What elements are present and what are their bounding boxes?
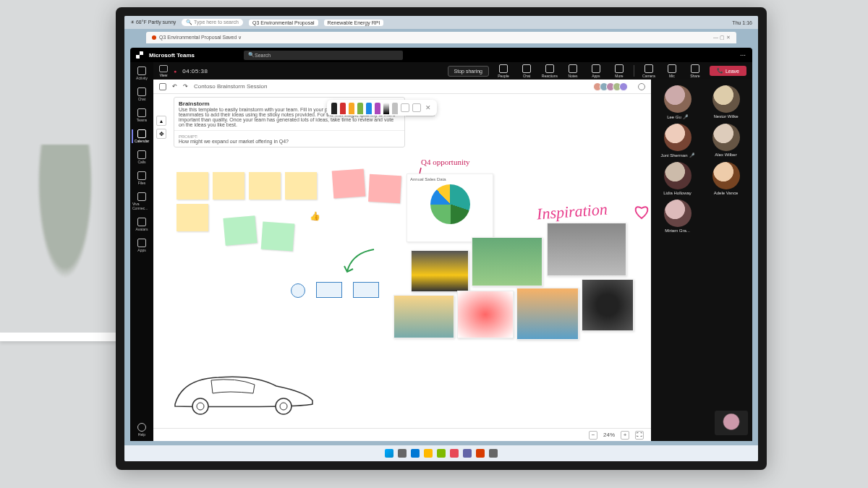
- pen-highlighter[interactable]: [383, 103, 389, 114]
- fit-screen-button[interactable]: ⛶: [635, 431, 644, 440]
- redo-icon[interactable]: ↷: [183, 83, 188, 90]
- view-button[interactable]: View: [159, 65, 168, 77]
- meeting-content: ↶ ↷ Contoso Brainstorm Session: [153, 80, 752, 441]
- whiteboard-canvas[interactable]: ▴ ✥ ✕: [153, 94, 651, 428]
- sticky-note[interactable]: [176, 172, 208, 200]
- chat-button[interactable]: Chat: [518, 64, 535, 78]
- sticky-note[interactable]: [213, 172, 244, 200]
- collaborator-avatars[interactable]: [595, 82, 628, 91]
- apps-button[interactable]: Apps: [587, 64, 605, 78]
- window-buttons[interactable]: — ▢ ✕: [713, 35, 731, 40]
- waffle-icon[interactable]: [136, 51, 143, 59]
- home-icon[interactable]: [159, 83, 166, 90]
- rail-chat[interactable]: Chat: [132, 87, 151, 101]
- avatar: [712, 85, 740, 113]
- participant-tile[interactable]: Nestor Wilke: [704, 85, 748, 119]
- mic-icon: [668, 64, 676, 73]
- sticky-note[interactable]: [285, 172, 317, 200]
- sticky-note[interactable]: [368, 174, 401, 203]
- taskbar-app-icon[interactable]: [437, 449, 446, 458]
- collage-image[interactable]: [472, 237, 542, 286]
- collage-image[interactable]: [582, 279, 634, 331]
- pen-yellow[interactable]: [349, 103, 354, 114]
- self-video-tile[interactable]: [715, 411, 748, 435]
- participant-tile[interactable]: Miriam Gra...: [655, 200, 699, 233]
- leave-button[interactable]: 📞Leave: [710, 66, 746, 76]
- reactions-button[interactable]: Reactions: [541, 64, 558, 78]
- sticky-note[interactable]: [249, 172, 281, 200]
- system-pill-2[interactable]: Renewable Energy RPI: [324, 20, 384, 26]
- lasso-icon[interactable]: [401, 103, 409, 112]
- annotation-inspiration[interactable]: Inspiration: [536, 200, 608, 224]
- zoom-in-button[interactable]: +: [621, 431, 629, 440]
- system-pill-1[interactable]: Q3 Environmental Proposal: [249, 20, 318, 26]
- rail-calls[interactable]: Calls: [132, 150, 151, 164]
- pen-red[interactable]: [340, 103, 346, 114]
- more-button[interactable]: More: [610, 64, 628, 78]
- rail-calendar[interactable]: Calendar: [132, 129, 150, 143]
- pie-title: Annual Sales Data: [410, 177, 446, 181]
- pen-purple[interactable]: [375, 103, 380, 114]
- people-button[interactable]: People: [495, 64, 512, 78]
- powerpoint-icon[interactable]: [476, 449, 485, 458]
- mic-button[interactable]: Mic: [663, 64, 681, 78]
- rail-apps[interactable]: Apps: [132, 239, 151, 252]
- sticky-note[interactable]: [332, 169, 366, 199]
- collage-image[interactable]: [393, 295, 454, 338]
- taskbar-app-icon[interactable]: [398, 449, 407, 458]
- pen-green[interactable]: [357, 103, 363, 114]
- rail-help[interactable]: Help: [132, 423, 151, 437]
- thumbs-up-icon[interactable]: 👍: [310, 211, 320, 221]
- flow-step-node[interactable]: [316, 282, 342, 298]
- sticky-note[interactable]: [261, 222, 295, 252]
- undo-icon[interactable]: ↶: [172, 83, 177, 90]
- people-icon: [499, 64, 508, 73]
- pen-blue[interactable]: [366, 103, 372, 114]
- sticky-note[interactable]: [223, 215, 257, 246]
- start-icon[interactable]: [385, 449, 393, 458]
- meeting-timer: 04:05:38: [182, 68, 208, 74]
- close-palette-icon[interactable]: ✕: [424, 104, 433, 111]
- camera-button[interactable]: Camera: [640, 64, 658, 78]
- collage-image[interactable]: [411, 250, 469, 292]
- rail-activity[interactable]: Activity: [132, 67, 151, 80]
- teams-search[interactable]: 🔍 Search: [244, 51, 403, 60]
- rail-teams[interactable]: Teams: [132, 108, 151, 122]
- pie-chart-card[interactable]: Annual Sales Data: [407, 174, 493, 242]
- rail-avatars[interactable]: Avatars: [132, 218, 151, 231]
- pen-black[interactable]: [331, 103, 337, 114]
- taskbar-app-icon[interactable]: [450, 449, 459, 458]
- select-tool-icon[interactable]: ▴: [156, 116, 166, 126]
- car-sketch[interactable]: [168, 364, 320, 415]
- gear-icon[interactable]: [638, 83, 645, 90]
- sticky-note[interactable]: [176, 204, 208, 231]
- rail-viva[interactable]: Viva Connec...: [132, 192, 151, 210]
- edge-icon[interactable]: [411, 449, 420, 458]
- participant-tile[interactable]: Joni Sherman 🎤: [655, 124, 699, 158]
- ruler-icon[interactable]: [412, 103, 421, 112]
- annotation-q4[interactable]: Q4 opportunity: [421, 158, 470, 166]
- notes-button[interactable]: Notes: [564, 64, 582, 78]
- pen-eraser[interactable]: [392, 103, 398, 114]
- participant-tile[interactable]: Lidia Holloway: [655, 162, 699, 195]
- collage-image[interactable]: [516, 288, 579, 340]
- participant-tile[interactable]: Alex Wilber: [704, 124, 748, 158]
- collage-image[interactable]: [547, 223, 626, 276]
- flow-step-node[interactable]: [353, 282, 379, 298]
- taskbar-app-icon[interactable]: [489, 449, 498, 458]
- zoom-out-button[interactable]: −: [589, 431, 597, 440]
- explorer-icon[interactable]: [424, 449, 433, 458]
- flow-start-node[interactable]: [291, 283, 305, 298]
- system-search[interactable]: 🔍 Type here to search: [182, 19, 243, 26]
- windows-taskbar[interactable]: [124, 445, 758, 461]
- rail-files[interactable]: Files: [132, 171, 151, 185]
- teams-more-icon[interactable]: ⋯: [740, 52, 746, 59]
- avatar: [712, 162, 740, 189]
- collage-image[interactable]: [457, 291, 514, 338]
- participant-tile[interactable]: Lee Gu 🎤: [655, 85, 699, 119]
- share-button[interactable]: Share: [686, 64, 704, 78]
- stop-sharing-button[interactable]: Stop sharing: [448, 66, 489, 77]
- teams-icon[interactable]: [463, 449, 472, 458]
- pan-tool-icon[interactable]: ✥: [156, 129, 166, 139]
- participant-tile[interactable]: Adele Vance: [704, 162, 748, 195]
